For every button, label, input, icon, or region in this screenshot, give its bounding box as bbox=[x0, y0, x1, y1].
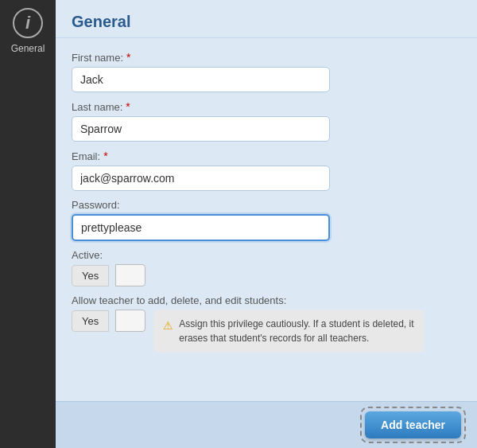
active-checkbox[interactable] bbox=[115, 264, 145, 286]
email-group: Email: * bbox=[72, 150, 461, 191]
email-label: Email: * bbox=[72, 150, 461, 162]
allow-yes-button[interactable]: Yes bbox=[72, 310, 109, 332]
active-yes-button[interactable]: Yes bbox=[72, 265, 109, 286]
allow-checkbox[interactable] bbox=[115, 310, 145, 332]
allow-group: Allow teacher to add, delete, and edit s… bbox=[72, 294, 461, 353]
allow-label: Allow teacher to add, delete, and edit s… bbox=[72, 294, 461, 306]
allow-toggle-row: Yes bbox=[72, 310, 145, 332]
last-name-required: * bbox=[126, 100, 130, 113]
sidebar-item-general[interactable]: i General bbox=[11, 8, 45, 54]
allow-row: Yes ⚠ Assign this privilege cautiously. … bbox=[72, 310, 461, 353]
main-panel: General First name: * Last name: * Email… bbox=[56, 0, 477, 448]
active-group: Active: Yes bbox=[72, 249, 461, 286]
email-required: * bbox=[103, 150, 107, 162]
last-name-input[interactable] bbox=[72, 116, 330, 142]
last-name-group: Last name: * bbox=[72, 100, 461, 142]
first-name-label: First name: * bbox=[72, 51, 461, 64]
active-label: Active: bbox=[72, 249, 461, 261]
first-name-group: First name: * bbox=[72, 51, 461, 92]
active-toggle-row: Yes bbox=[72, 264, 461, 286]
warning-box: ⚠ Assign this privilege cautiously. If a… bbox=[153, 310, 424, 353]
footer: Add teacher bbox=[56, 401, 477, 448]
page-title: General bbox=[72, 13, 461, 31]
email-input[interactable] bbox=[72, 166, 330, 191]
first-name-input[interactable] bbox=[72, 67, 330, 92]
form-area: First name: * Last name: * Email: * Pass… bbox=[56, 38, 477, 401]
last-name-label: Last name: * bbox=[72, 100, 461, 113]
info-icon: i bbox=[13, 8, 43, 38]
page-header: General bbox=[56, 0, 477, 38]
password-input[interactable] bbox=[72, 214, 330, 241]
password-label: Password: bbox=[72, 199, 461, 211]
password-group: Password: bbox=[72, 199, 461, 241]
sidebar: i General bbox=[0, 0, 56, 448]
warning-text: Assign this privilege cautiously. If a s… bbox=[179, 317, 414, 345]
warning-icon: ⚠ bbox=[163, 317, 173, 334]
first-name-required: * bbox=[126, 51, 130, 64]
sidebar-item-label: General bbox=[11, 43, 45, 54]
add-teacher-btn-wrap: Add teacher bbox=[365, 411, 461, 438]
add-teacher-button[interactable]: Add teacher bbox=[365, 411, 461, 438]
